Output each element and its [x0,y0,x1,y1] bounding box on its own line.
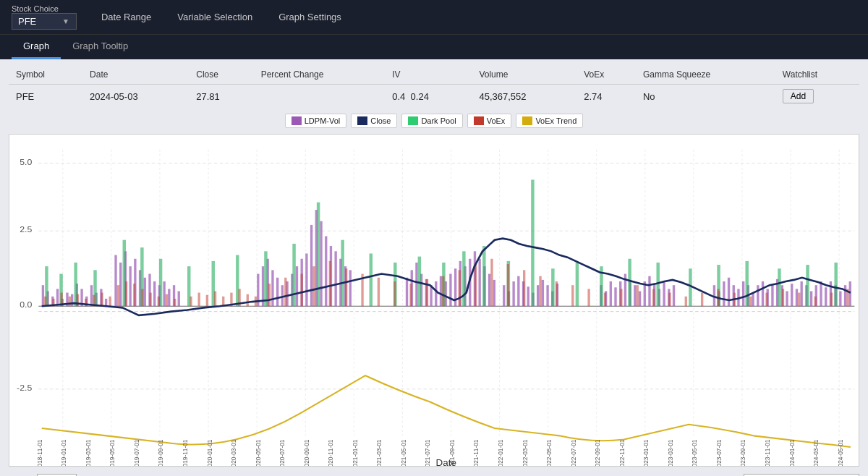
svg-text:2023-09-01: 2023-09-01 [739,439,746,466]
svg-rect-92 [493,280,495,306]
cell-volume: 45,367,552 [472,85,576,109]
cell-date: 2024-05-03 [82,85,189,109]
svg-text:2021-11-01: 2021-11-01 [472,439,480,466]
svg-text:2019-11-01: 2019-11-01 [182,439,189,466]
svg-rect-58 [276,278,278,307]
svg-rect-192 [117,285,119,306]
svg-rect-43 [129,266,131,306]
svg-rect-175 [628,259,631,307]
svg-rect-182 [834,263,837,306]
svg-text:5.0: 5.0 [20,157,32,166]
legend-color-dark-pool [408,116,418,125]
svg-rect-173 [576,263,579,306]
tab-graph[interactable]: Graph [12,35,61,59]
svg-rect-139 [800,281,802,306]
col-percent-change: Percent Change [254,65,386,85]
svg-rect-243 [814,297,817,307]
svg-text:2018-11-01: 2018-11-01 [35,439,43,466]
svg-text:2020-05-01: 2020-05-01 [254,439,261,466]
svg-rect-83 [449,274,451,307]
svg-text:2024-03-01: 2024-03-01 [812,439,820,466]
svg-rect-36 [90,285,93,306]
chart-container: 5.0 2.5 0.0 -2.5 [9,134,859,467]
legend-color-voex-trend [522,116,532,125]
variable-selection-button[interactable]: Variable Selection [166,8,264,26]
col-date: Date [82,65,189,85]
stock-select[interactable]: PFE AAPL MSFT TSLA [12,13,77,30]
cell-voex: 2.74 [576,85,636,109]
svg-rect-201 [198,293,200,307]
svg-rect-133 [771,285,773,306]
svg-rect-91 [488,274,490,307]
svg-rect-40 [114,255,116,307]
nav-buttons: Date Range Variable Selection Graph Sett… [90,8,353,26]
svg-rect-166 [418,257,421,307]
svg-rect-203 [214,292,216,307]
svg-rect-223 [490,259,493,307]
svg-rect-113 [639,292,641,307]
svg-rect-197 [158,297,160,307]
svg-rect-89 [478,259,480,307]
svg-text:2019-07-01: 2019-07-01 [133,439,140,466]
svg-rect-186 [69,297,71,307]
svg-text:2023-05-01: 2023-05-01 [691,439,698,466]
svg-rect-96 [517,276,519,307]
svg-rect-169 [482,246,485,306]
svg-rect-227 [556,281,558,306]
svg-rect-74 [406,278,408,307]
col-voex: VoEx [576,65,636,85]
svg-rect-26 [42,285,44,306]
svg-rect-221 [459,270,461,306]
legend-row: LDPM-Vol Close Dark Pool VoEx VoEx Trend [9,114,859,128]
svg-rect-230 [604,293,606,307]
svg-rect-168 [462,251,465,306]
svg-rect-81 [440,276,442,307]
svg-rect-70 [334,251,336,306]
svg-text:2020-09-01: 2020-09-01 [302,439,310,466]
svg-rect-53 [178,292,180,307]
tab-graph-tooltip[interactable]: Graph Tooltip [61,35,140,59]
svg-rect-212 [312,266,315,306]
svg-rect-68 [325,237,327,307]
svg-rect-216 [378,278,380,307]
svg-rect-143 [820,281,822,306]
svg-rect-136 [786,292,788,307]
main-content: Symbol Date Close Percent Change IV Volu… [0,59,868,469]
svg-rect-234 [668,293,671,307]
bottom-bar: Show 10 25 50 100 entries Search: [0,469,868,476]
col-symbol: Symbol [9,65,82,85]
svg-text:2022-11-01: 2022-11-01 [618,439,625,466]
svg-rect-235 [685,297,687,307]
svg-rect-51 [168,289,170,306]
svg-text:2019-01-01: 2019-01-01 [60,439,67,466]
svg-rect-108 [614,287,616,306]
svg-rect-198 [166,294,168,307]
svg-rect-46 [144,278,146,307]
svg-rect-228 [571,285,574,306]
svg-rect-65 [310,225,312,306]
svg-rect-124 [728,278,730,307]
col-iv: IV [385,65,472,85]
svg-rect-200 [190,297,192,307]
svg-rect-144 [825,287,827,306]
svg-text:2020-01-01: 2020-01-01 [205,439,213,466]
svg-rect-210 [284,278,286,307]
add-watchlist-button[interactable]: Add [783,89,814,103]
svg-rect-217 [393,281,396,306]
svg-text:2023-01-01: 2023-01-01 [642,439,650,466]
col-watchlist: Watchlist [775,65,859,85]
svg-rect-67 [320,221,322,307]
svg-text:2020-07-01: 2020-07-01 [278,439,286,466]
svg-text:2022-05-01: 2022-05-01 [545,439,553,466]
svg-rect-172 [551,268,554,306]
svg-rect-127 [742,281,744,306]
cell-close: 27.81 [189,85,253,109]
svg-text:2023-11-01: 2023-11-01 [764,439,771,466]
svg-rect-240 [765,293,767,307]
svg-rect-211 [301,274,303,307]
date-range-button[interactable]: Date Range [90,8,163,26]
svg-rect-218 [409,284,412,306]
legend-label-voex: VoEx [487,116,506,125]
svg-rect-149 [849,281,851,306]
graph-settings-button[interactable]: Graph Settings [267,8,353,26]
